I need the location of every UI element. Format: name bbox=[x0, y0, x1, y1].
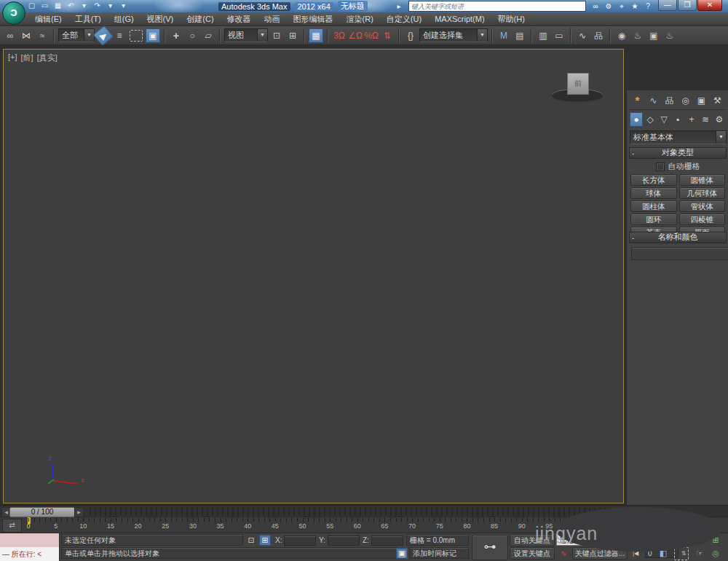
primitive-button-6[interactable]: 圆环 bbox=[630, 213, 677, 225]
new-scene-icon[interactable]: ▢ bbox=[26, 1, 37, 11]
material-editor-icon[interactable]: ◉ bbox=[614, 28, 629, 43]
window-toggle-icon[interactable]: ▣ bbox=[396, 548, 408, 559]
save-file-icon[interactable]: ▦ bbox=[52, 1, 63, 11]
x-field[interactable] bbox=[284, 536, 316, 546]
search-input[interactable] bbox=[408, 1, 586, 12]
set-keys-button[interactable]: ⊶ bbox=[472, 535, 508, 560]
qat-flyout-icon[interactable]: ▾ bbox=[118, 1, 129, 11]
undo-icon[interactable]: ↶ bbox=[66, 1, 76, 11]
next-frame-button[interactable]: ▶ bbox=[74, 507, 84, 517]
graphite-ribbon-toggle-icon[interactable]: ▭ bbox=[552, 28, 566, 43]
unlink-selection-icon[interactable]: ⋈ bbox=[19, 28, 33, 43]
track-range-icon[interactable]: ⇄ bbox=[2, 519, 22, 533]
menu-item-0[interactable]: 编辑(E) bbox=[29, 12, 68, 26]
select-and-link-icon[interactable]: ∞ bbox=[3, 28, 17, 43]
wrench-icon[interactable]: ⚙ bbox=[603, 1, 614, 12]
menu-item-4[interactable]: 创建(C) bbox=[181, 12, 219, 26]
reference-coordinate-dropdown[interactable]: 视图 ▼ bbox=[224, 28, 268, 42]
primitive-button-4[interactable]: 圆柱体 bbox=[630, 200, 677, 212]
menu-item-11[interactable]: 帮助(H) bbox=[492, 12, 531, 26]
app-logo-icon[interactable]: ↄ bbox=[2, 1, 25, 25]
sub-cameras-icon[interactable]: ▪ bbox=[671, 112, 684, 127]
zoom-region-icon[interactable] bbox=[674, 547, 689, 560]
favorites-star-icon[interactable]: ★ bbox=[629, 1, 641, 12]
curve-editor-icon[interactable]: ∿ bbox=[575, 28, 590, 43]
object-name-field[interactable] bbox=[631, 247, 728, 260]
primitive-button-5[interactable]: 管状体 bbox=[679, 200, 726, 212]
communication-center-icon[interactable]: ⌖ bbox=[616, 1, 628, 12]
primitive-button-3[interactable]: 几何球体 bbox=[679, 187, 726, 199]
select-and-manipulate-icon[interactable]: ⊞ bbox=[285, 28, 300, 43]
help-icon[interactable]: ? bbox=[642, 1, 654, 12]
sub-helpers-icon[interactable]: + bbox=[685, 112, 698, 127]
render-setup-icon[interactable]: ♨ bbox=[630, 28, 645, 43]
viewport-shading-menu[interactable]: [真实] bbox=[37, 52, 58, 63]
menu-item-6[interactable]: 动画 bbox=[258, 12, 286, 26]
pan-view-icon[interactable]: ☞ bbox=[693, 547, 706, 559]
autogrid-checkbox[interactable] bbox=[656, 162, 665, 171]
macro-recorder-pane[interactable] bbox=[0, 533, 59, 548]
keyboard-override-icon[interactable]: ▦ bbox=[309, 28, 323, 43]
percent-snap-icon[interactable]: %Ω bbox=[364, 28, 379, 43]
collapse-icon[interactable]: - bbox=[632, 233, 639, 243]
search-flyout-icon[interactable]: ▸ bbox=[393, 1, 405, 12]
primitive-button-7[interactable]: 四棱锥 bbox=[679, 213, 726, 225]
selection-filter-dropdown[interactable]: 全部 ▼ bbox=[58, 28, 95, 42]
angle-snap-icon[interactable]: ∠Ω bbox=[348, 28, 363, 43]
render-production-icon[interactable]: ♨ bbox=[662, 28, 677, 43]
absolute-mode-icon[interactable]: ⊞ bbox=[259, 535, 271, 546]
menu-item-7[interactable]: 图形编辑器 bbox=[288, 12, 339, 26]
viewcube-cube[interactable]: 前 bbox=[567, 73, 589, 95]
time-slider-track[interactable] bbox=[86, 508, 623, 516]
rendered-frame-window-icon[interactable]: ▣ bbox=[646, 28, 661, 43]
chevron-down-icon[interactable]: ▼ bbox=[477, 29, 487, 42]
object-type-rollout-header[interactable]: - 对象类型 bbox=[629, 147, 727, 159]
tab-utilities-icon[interactable]: ⚒ bbox=[710, 93, 725, 108]
tab-hierarchy-icon[interactable]: 品 bbox=[662, 93, 677, 108]
redo-dropdown-icon[interactable]: ▾ bbox=[105, 1, 116, 11]
time-slider-handle[interactable]: 0 / 100 bbox=[9, 507, 75, 517]
maximize-button[interactable]: ❐ bbox=[678, 0, 697, 11]
primitive-button-2[interactable]: 球体 bbox=[630, 187, 677, 199]
sub-lights-icon[interactable]: ▽ bbox=[657, 112, 670, 127]
primitive-button-1[interactable]: 圆锥体 bbox=[679, 174, 726, 186]
sub-shapes-icon[interactable]: ◇ bbox=[644, 112, 657, 127]
chevron-down-icon[interactable]: ▼ bbox=[84, 29, 94, 42]
name-color-rollout-header[interactable]: - 名称和颜色 bbox=[629, 232, 727, 243]
menu-item-1[interactable]: 工具(T) bbox=[69, 12, 107, 26]
chevron-down-icon[interactable]: ▼ bbox=[257, 29, 267, 42]
tab-modify-icon[interactable]: ∿ bbox=[646, 93, 661, 108]
menu-item-3[interactable]: 视图(V) bbox=[141, 12, 180, 26]
select-and-rotate-icon[interactable]: ○ bbox=[185, 28, 199, 43]
set-key-button[interactable]: 设置关键点 bbox=[510, 547, 555, 560]
rectangular-selection-region-icon[interactable] bbox=[130, 30, 143, 42]
menu-item-10[interactable]: MAXScript(M) bbox=[429, 12, 490, 26]
menu-item-5[interactable]: 修改器 bbox=[221, 12, 257, 26]
close-button[interactable]: ✕ bbox=[697, 0, 722, 11]
orbit-view-icon[interactable]: ◎ bbox=[709, 547, 722, 559]
viewport-view-menu[interactable]: [前] bbox=[21, 52, 33, 63]
window-crossing-icon[interactable]: ▣ bbox=[146, 28, 160, 43]
selection-lock-icon[interactable]: ⊡ bbox=[245, 535, 257, 546]
mirror-icon[interactable]: M bbox=[496, 28, 511, 43]
menu-item-2[interactable]: 组(G) bbox=[108, 12, 140, 26]
sub-geometry-icon[interactable]: ● bbox=[630, 112, 643, 127]
select-and-scale-icon[interactable]: ▱ bbox=[201, 28, 215, 43]
add-time-tag[interactable]: 添加时间标记 bbox=[409, 547, 469, 559]
listener-pane[interactable]: — 所在行: < bbox=[0, 547, 59, 561]
primitive-category-dropdown[interactable]: 标准基本体 ▼ bbox=[630, 130, 727, 144]
redo-icon[interactable]: ↷ bbox=[92, 1, 103, 11]
select-by-name-icon[interactable]: ≡ bbox=[112, 28, 127, 43]
named-selection-sets-dropdown[interactable]: 创建选择集 ▼ bbox=[419, 28, 488, 42]
y-field[interactable] bbox=[328, 536, 360, 546]
sub-systems-icon[interactable]: ⚙ bbox=[713, 112, 726, 127]
collapse-icon[interactable]: - bbox=[632, 149, 639, 158]
menu-item-8[interactable]: 渲染(R) bbox=[341, 12, 379, 26]
chevron-down-icon[interactable]: ▼ bbox=[716, 131, 726, 144]
tab-motion-icon[interactable]: ◎ bbox=[678, 93, 693, 108]
manage-layers-icon[interactable]: ▥ bbox=[536, 28, 550, 43]
spinner-snap-icon[interactable]: ⇅ bbox=[380, 28, 395, 43]
open-file-icon[interactable]: ▭ bbox=[39, 1, 50, 11]
maximize-viewport-toggle-icon[interactable]: ◱ bbox=[725, 547, 728, 559]
select-and-move-icon[interactable]: + bbox=[169, 28, 183, 43]
